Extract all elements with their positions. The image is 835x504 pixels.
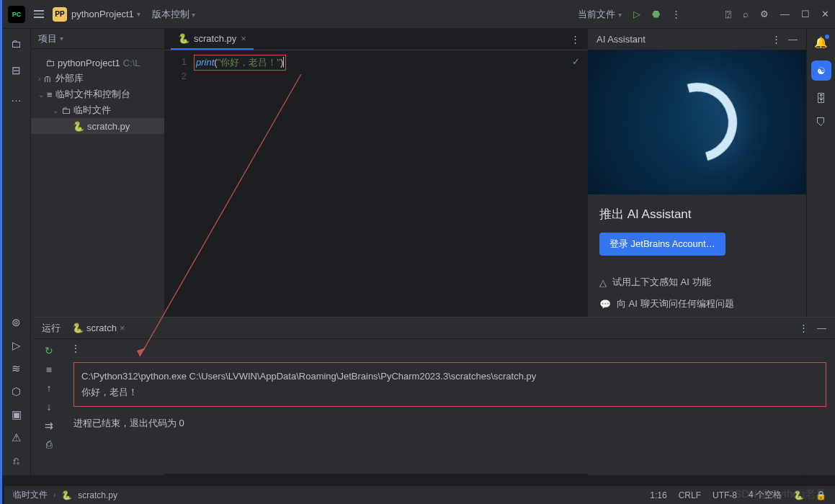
- project-name[interactable]: pythonProject1: [71, 9, 134, 19]
- ai-hide-icon[interactable]: —: [788, 34, 798, 45]
- tree-scratch-file[interactable]: 🐍 scratch.py: [31, 118, 164, 134]
- rerun-icon[interactable]: ↻: [45, 345, 53, 356]
- run-header: 运行 🐍 scratch × ⋮ —: [33, 318, 835, 339]
- pycharm-logo: PC: [8, 6, 25, 23]
- settings-icon[interactable]: ⚙: [760, 9, 769, 19]
- project-tool-icon[interactable]: 🗀: [11, 37, 22, 50]
- console-exit: 进程已结束，退出代码为 0: [73, 415, 826, 431]
- line-separator[interactable]: CRLF: [679, 490, 701, 500]
- run-icon[interactable]: ▷: [633, 9, 640, 19]
- titlebar: PC PP pythonProject1 ▾ 版本控制 ▾ 当前文件 ▾ ▷ ⬣…: [2, 0, 835, 29]
- tree-scratches-folder[interactable]: ⌄ 🗀 临时文件: [31, 102, 164, 118]
- caret-position[interactable]: 1:16: [650, 490, 666, 500]
- more-tool-icon[interactable]: …: [11, 91, 22, 104]
- status-bar: 临时文件 › 🐍 scratch.py 1:16 CRLF UTF-8 4 个空…: [4, 485, 835, 504]
- up-icon[interactable]: ↑: [47, 382, 52, 394]
- console-toolbar: ⋮: [65, 339, 835, 358]
- structure-tool-icon[interactable]: ⊟: [12, 64, 21, 77]
- ai-link-context[interactable]: △ 试用上下文感知 AI 功能: [599, 276, 795, 289]
- shield-icon[interactable]: ⛉: [816, 116, 826, 128]
- terminal-icon[interactable]: ▣: [12, 408, 22, 421]
- editor-tab-scratch[interactable]: 🐍 scratch.py ×: [171, 29, 254, 50]
- project-tree: 🗀 pythonProject1 C:\L › ⫙ 外部库 ⌄ ≡ 临时文件和控…: [31, 49, 164, 140]
- close-icon[interactable]: ✕: [821, 9, 829, 19]
- python-console-icon[interactable]: ⊚: [12, 316, 21, 329]
- database-icon[interactable]: 🗄: [816, 92, 826, 104]
- minimize-icon[interactable]: —: [780, 9, 790, 19]
- ai-panel-title: AI Assistant: [597, 34, 646, 45]
- left-tool-rail: 🗀 ⊟ … ⊚ ▷ ≋ ⬡ ▣ ⚠ ⎌: [2, 29, 31, 475]
- readonly-lock-icon[interactable]: 🔒: [816, 490, 826, 500]
- indent-setting[interactable]: 4 个空格: [749, 489, 782, 501]
- ai-link-chat[interactable]: 💬 向 AI 聊天询问任何编程问题: [599, 297, 795, 310]
- inspection-ok-icon[interactable]: ✓: [572, 56, 580, 67]
- problems-icon[interactable]: ⚠: [12, 431, 21, 444]
- run-tool-window: 运行 🐍 scratch × ⋮ — ↻ ■ ↑ ↓ ⇉ ⎙ ⋮ C:\Pyth…: [33, 317, 835, 474]
- ai-more-icon[interactable]: ⋮: [772, 34, 781, 45]
- down-icon[interactable]: ↓: [47, 401, 52, 413]
- ai-logo-banner: [588, 50, 806, 194]
- tree-scratches-root[interactable]: ⌄ ≡ 临时文件和控制台: [31, 86, 164, 102]
- more-actions-icon[interactable]: ⋮: [671, 9, 681, 19]
- code-with-me-icon[interactable]: ⍰: [725, 9, 731, 19]
- run-label: 运行: [42, 322, 61, 335]
- ai-promo-title: 推出 AI Assistant: [599, 206, 795, 222]
- editor-tabs: 🐍 scratch.py × ⋮: [165, 29, 587, 50]
- vcs-menu[interactable]: 版本控制 ▾: [152, 8, 196, 21]
- project-badge: PP: [53, 7, 67, 22]
- main-menu-icon[interactable]: [34, 10, 44, 18]
- ai-assistant-tool-icon[interactable]: ☯: [811, 60, 831, 81]
- close-tab-icon[interactable]: ×: [241, 33, 246, 44]
- console-command: C:\Python312\python.exe C:\Users\LVWIN\A…: [81, 369, 818, 384]
- context-icon: △: [599, 277, 607, 288]
- interpreter-icon[interactable]: 🐍: [793, 490, 804, 500]
- breadcrumb-folder[interactable]: 临时文件: [13, 489, 48, 501]
- run-config[interactable]: 当前文件 ▾: [578, 8, 622, 21]
- chat-icon: 💬: [599, 299, 611, 310]
- services-icon[interactable]: ⬡: [12, 385, 21, 398]
- notification-dot: [825, 35, 829, 39]
- breadcrumb-file[interactable]: scratch.py: [78, 490, 117, 500]
- ai-swirl-icon: [643, 68, 751, 176]
- search-icon[interactable]: ⌕: [743, 9, 749, 19]
- tree-external-libs[interactable]: › ⫙ 外部库: [31, 71, 164, 86]
- tabs-more-icon[interactable]: ⋮: [571, 34, 587, 45]
- wrap-icon[interactable]: ⇉: [45, 420, 53, 431]
- chevron-down-icon[interactable]: ▾: [137, 10, 140, 18]
- tree-project-root[interactable]: 🗀 pythonProject1 C:\L: [31, 55, 164, 71]
- file-encoding[interactable]: UTF-8: [713, 490, 737, 500]
- run-tool-icon[interactable]: ▷: [12, 339, 21, 352]
- print-icon[interactable]: ⎙: [46, 438, 52, 450]
- sidebar-header[interactable]: 项目 ▾: [31, 29, 164, 49]
- run-more-icon[interactable]: ⋮: [799, 323, 808, 333]
- debug-icon[interactable]: ⬣: [652, 9, 660, 19]
- console-output[interactable]: C:\Python312\python.exe C:\Users\LVWIN\A…: [65, 358, 835, 436]
- run-side-toolbar: ↻ ■ ↑ ↓ ⇉ ⎙: [33, 339, 65, 474]
- run-tab-scratch[interactable]: 🐍 scratch ×: [72, 323, 125, 333]
- run-hide-icon[interactable]: —: [817, 323, 826, 333]
- maximize-icon[interactable]: ☐: [801, 9, 810, 19]
- login-jetbrains-button[interactable]: 登录 JetBrains Account…: [599, 233, 725, 256]
- ai-panel-header: AI Assistant ⋮ —: [588, 29, 806, 50]
- console-stdout: 你好，老吕！: [81, 384, 818, 400]
- vcs-tool-icon[interactable]: ⎌: [13, 454, 19, 467]
- packages-icon[interactable]: ≋: [12, 362, 21, 375]
- stop-icon[interactable]: ■: [46, 364, 52, 375]
- close-run-tab-icon[interactable]: ×: [120, 323, 125, 333]
- console-more-icon[interactable]: ⋮: [71, 343, 81, 354]
